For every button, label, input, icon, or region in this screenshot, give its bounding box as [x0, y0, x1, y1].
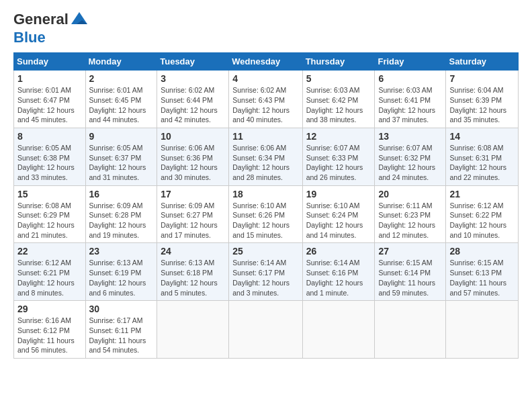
day-number: 11	[232, 131, 298, 142]
day-number: 1	[17, 73, 82, 84]
calendar-cell: 13Sunrise: 6:07 AMSunset: 6:32 PMDayligh…	[375, 128, 446, 185]
calendar-cell: 8Sunrise: 6:05 AMSunset: 6:38 PMDaylight…	[14, 128, 86, 185]
day-info: Sunrise: 6:08 AMSunset: 6:29 PMDaylight:…	[17, 201, 75, 239]
day-number: 18	[232, 189, 298, 199]
calendar-cell	[157, 301, 229, 359]
calendar-cell: 6Sunrise: 6:03 AMSunset: 6:41 PMDaylight…	[375, 71, 446, 128]
calendar-cell: 1Sunrise: 6:01 AMSunset: 6:47 PMDaylight…	[14, 71, 86, 128]
day-info: Sunrise: 6:01 AMSunset: 6:47 PMDaylight:…	[17, 86, 75, 124]
weekday-header-wednesday: Wednesday	[229, 53, 302, 71]
weekday-header-thursday: Thursday	[302, 53, 375, 71]
day-number: 8	[17, 131, 82, 142]
day-info: Sunrise: 6:15 AMSunset: 6:14 PMDaylight:…	[378, 259, 435, 296]
day-number: 22	[17, 246, 82, 257]
day-info: Sunrise: 6:06 AMSunset: 6:36 PMDaylight:…	[161, 144, 218, 181]
day-info: Sunrise: 6:03 AMSunset: 6:42 PMDaylight:…	[306, 86, 363, 124]
day-number: 9	[89, 131, 154, 142]
day-info: Sunrise: 6:13 AMSunset: 6:19 PMDaylight:…	[89, 259, 146, 296]
calendar-cell: 21Sunrise: 6:12 AMSunset: 6:22 PMDayligh…	[446, 185, 519, 243]
day-number: 26	[306, 246, 371, 257]
calendar-cell: 25Sunrise: 6:14 AMSunset: 6:17 PMDayligh…	[229, 243, 302, 301]
calendar-cell: 11Sunrise: 6:06 AMSunset: 6:34 PMDayligh…	[229, 128, 302, 185]
day-number: 29	[17, 304, 82, 314]
day-info: Sunrise: 6:10 AMSunset: 6:26 PMDaylight:…	[232, 201, 290, 239]
day-info: Sunrise: 6:17 AMSunset: 6:11 PMDaylight:…	[89, 316, 146, 354]
day-info: Sunrise: 6:08 AMSunset: 6:31 PMDaylight:…	[449, 144, 506, 181]
weekday-header-friday: Friday	[375, 53, 446, 71]
weekday-header-monday: Monday	[85, 53, 157, 71]
day-number: 7	[449, 73, 515, 84]
day-number: 24	[161, 246, 225, 257]
day-number: 13	[378, 131, 442, 142]
calendar-cell	[446, 301, 519, 359]
calendar-cell: 20Sunrise: 6:11 AMSunset: 6:23 PMDayligh…	[375, 185, 446, 243]
calendar-cell: 23Sunrise: 6:13 AMSunset: 6:19 PMDayligh…	[85, 243, 157, 301]
day-info: Sunrise: 6:14 AMSunset: 6:16 PMDaylight:…	[306, 259, 363, 296]
calendar-cell: 12Sunrise: 6:07 AMSunset: 6:33 PMDayligh…	[302, 128, 375, 185]
day-info: Sunrise: 6:05 AMSunset: 6:38 PMDaylight:…	[17, 144, 75, 181]
day-info: Sunrise: 6:15 AMSunset: 6:13 PMDaylight:…	[449, 259, 506, 296]
calendar-cell: 30Sunrise: 6:17 AMSunset: 6:11 PMDayligh…	[85, 301, 157, 359]
day-info: Sunrise: 6:10 AMSunset: 6:24 PMDaylight:…	[306, 201, 363, 239]
day-number: 25	[232, 246, 298, 257]
calendar-cell: 22Sunrise: 6:12 AMSunset: 6:21 PMDayligh…	[14, 243, 86, 301]
day-info: Sunrise: 6:13 AMSunset: 6:18 PMDaylight:…	[161, 259, 218, 296]
calendar-cell: 2Sunrise: 6:01 AMSunset: 6:45 PMDaylight…	[85, 71, 157, 128]
calendar-cell: 10Sunrise: 6:06 AMSunset: 6:36 PMDayligh…	[157, 128, 229, 185]
day-number: 14	[449, 131, 515, 142]
day-number: 3	[161, 73, 225, 84]
calendar-cell	[229, 301, 302, 359]
calendar-cell: 3Sunrise: 6:02 AMSunset: 6:44 PMDaylight…	[157, 71, 229, 128]
day-number: 6	[378, 73, 442, 84]
logo-blue: Blue	[13, 30, 90, 46]
calendar-cell	[302, 301, 375, 359]
weekday-header-tuesday: Tuesday	[157, 53, 229, 71]
day-info: Sunrise: 6:09 AMSunset: 6:27 PMDaylight:…	[161, 201, 218, 239]
day-number: 20	[378, 189, 442, 199]
calendar-cell: 29Sunrise: 6:16 AMSunset: 6:12 PMDayligh…	[14, 301, 86, 359]
day-info: Sunrise: 6:12 AMSunset: 6:22 PMDaylight:…	[449, 201, 506, 239]
day-number: 21	[449, 189, 515, 199]
day-info: Sunrise: 6:02 AMSunset: 6:43 PMDaylight:…	[232, 86, 290, 124]
day-number: 12	[306, 131, 371, 142]
weekday-header-sunday: Sunday	[14, 53, 86, 71]
day-number: 27	[378, 246, 442, 257]
day-info: Sunrise: 6:09 AMSunset: 6:28 PMDaylight:…	[89, 201, 146, 239]
calendar-cell: 4Sunrise: 6:02 AMSunset: 6:43 PMDaylight…	[229, 71, 302, 128]
calendar-cell: 19Sunrise: 6:10 AMSunset: 6:24 PMDayligh…	[302, 185, 375, 243]
page: General Blue SundayMondayTuesdayWednesda…	[0, 0, 532, 372]
logo-general: General	[13, 11, 69, 28]
day-info: Sunrise: 6:01 AMSunset: 6:45 PMDaylight:…	[89, 86, 146, 124]
day-info: Sunrise: 6:16 AMSunset: 6:12 PMDaylight:…	[17, 316, 75, 354]
calendar-cell	[375, 301, 446, 359]
day-info: Sunrise: 6:04 AMSunset: 6:39 PMDaylight:…	[449, 86, 506, 124]
calendar-cell: 14Sunrise: 6:08 AMSunset: 6:31 PMDayligh…	[446, 128, 519, 185]
day-number: 5	[306, 73, 371, 84]
day-info: Sunrise: 6:05 AMSunset: 6:37 PMDaylight:…	[89, 144, 146, 181]
calendar-cell: 9Sunrise: 6:05 AMSunset: 6:37 PMDaylight…	[85, 128, 157, 185]
calendar-cell: 27Sunrise: 6:15 AMSunset: 6:14 PMDayligh…	[375, 243, 446, 301]
calendar-cell: 15Sunrise: 6:08 AMSunset: 6:29 PMDayligh…	[14, 185, 86, 243]
day-number: 28	[449, 246, 515, 257]
day-number: 30	[89, 304, 154, 314]
calendar-cell: 28Sunrise: 6:15 AMSunset: 6:13 PMDayligh…	[446, 243, 519, 301]
day-info: Sunrise: 6:14 AMSunset: 6:17 PMDaylight:…	[232, 259, 290, 296]
day-info: Sunrise: 6:07 AMSunset: 6:33 PMDaylight:…	[306, 144, 363, 181]
calendar-cell: 26Sunrise: 6:14 AMSunset: 6:16 PMDayligh…	[302, 243, 375, 301]
day-info: Sunrise: 6:12 AMSunset: 6:21 PMDaylight:…	[17, 259, 75, 296]
day-info: Sunrise: 6:03 AMSunset: 6:41 PMDaylight:…	[378, 86, 435, 124]
calendar-cell: 7Sunrise: 6:04 AMSunset: 6:39 PMDaylight…	[446, 71, 519, 128]
calendar-cell: 24Sunrise: 6:13 AMSunset: 6:18 PMDayligh…	[157, 243, 229, 301]
day-number: 10	[161, 131, 225, 142]
day-info: Sunrise: 6:07 AMSunset: 6:32 PMDaylight:…	[378, 144, 435, 181]
day-number: 17	[161, 189, 225, 199]
weekday-header-saturday: Saturday	[446, 53, 519, 71]
calendar: SundayMondayTuesdayWednesdayThursdayFrid…	[13, 52, 519, 359]
day-number: 4	[232, 73, 298, 84]
calendar-cell: 18Sunrise: 6:10 AMSunset: 6:26 PMDayligh…	[229, 185, 302, 243]
day-number: 16	[89, 189, 154, 199]
logo: General Blue	[13, 11, 90, 46]
day-number: 2	[89, 73, 154, 84]
header: General Blue	[13, 11, 519, 46]
day-info: Sunrise: 6:06 AMSunset: 6:34 PMDaylight:…	[232, 144, 290, 181]
